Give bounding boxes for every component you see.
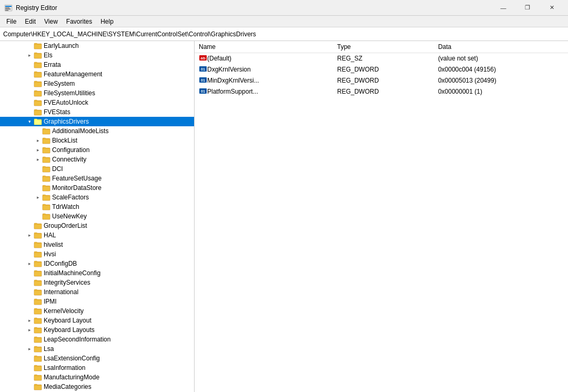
expander-icon[interactable]: ▸ <box>25 325 34 335</box>
tree-item-hvsi[interactable]: Hvsi <box>0 249 194 259</box>
tree-item-label: Configuration <box>52 146 89 154</box>
tree-item-keyboardlayout[interactable]: ▸ Keyboard Layout <box>0 316 194 325</box>
tree-item-earlylaunch[interactable]: EarlyLaunch <box>0 41 194 51</box>
tree-item-grouporderlist[interactable]: GroupOrderList <box>0 221 194 230</box>
tree-item-label: Els <box>44 52 53 59</box>
expander-placeholder <box>34 183 42 193</box>
table-row[interactable]: 01 MinDxgKrnlVersi... REG_DWORD 0x000050… <box>195 75 568 86</box>
expander-icon[interactable]: ▸ <box>25 51 34 60</box>
expander-icon[interactable]: ▸ <box>25 259 34 268</box>
expander-placeholder <box>25 306 34 316</box>
expander-placeholder <box>25 107 34 117</box>
tree-item-label: HAL <box>44 232 56 239</box>
table-row[interactable]: 01 DxgKrnlVersion REG_DWORD 0x0000c004 (… <box>195 64 568 75</box>
close-button[interactable]: ✕ <box>540 0 564 16</box>
expander-icon[interactable]: ▸ <box>34 145 42 155</box>
tree-item-label: KernelVelocity <box>44 307 84 315</box>
expander-placeholder <box>34 164 42 174</box>
col-name: Name <box>195 41 333 53</box>
tree-item-leapsecondinformation[interactable]: LeapSecondInformation <box>0 335 194 344</box>
registry-table: Name Type Data ab (Default) REG_SZ (valu… <box>195 41 568 97</box>
tree-item-hivelist[interactable]: hivelist <box>0 240 194 249</box>
restore-button[interactable]: ❐ <box>515 0 540 16</box>
tree-item-keyboardlayouts[interactable]: ▸ Keyboard Layouts <box>0 325 194 335</box>
expander-placeholder <box>34 202 42 212</box>
tree-item-fvestats[interactable]: FVEStats <box>0 107 194 117</box>
tree-item-fveautounlock[interactable]: FVEAutoUnlock <box>0 98 194 107</box>
table-row[interactable]: 01 PlatformSupport... REG_DWORD 0x000000… <box>195 86 568 97</box>
expander-placeholder <box>25 249 34 259</box>
expander-icon[interactable]: ▾ <box>25 117 34 126</box>
tree-item-lsaextensionconfig[interactable]: LsaExtensionConfig <box>0 354 194 363</box>
tree-item-filesystem[interactable]: FileSystem <box>0 79 194 88</box>
expander-placeholder <box>25 60 34 69</box>
tree-item-integrityservices[interactable]: IntegrityServices <box>0 278 194 287</box>
svg-rect-24 <box>34 224 42 229</box>
menu-view[interactable]: View <box>40 17 62 26</box>
tree-item-international[interactable]: International <box>0 287 194 297</box>
cell-data: (value not set) <box>434 53 568 64</box>
cell-type: REG_SZ <box>333 53 434 64</box>
tree-item-scalefactors[interactable]: ▸ ScaleFactors <box>0 193 194 202</box>
tree-item-featuremanagement[interactable]: FeatureManagement <box>0 69 194 79</box>
expander-placeholder <box>25 297 34 306</box>
menu-help[interactable]: Help <box>96 17 118 26</box>
svg-rect-36 <box>34 338 42 343</box>
menu-edit[interactable]: Edit <box>21 17 40 26</box>
tree-item-errata[interactable]: Errata <box>0 60 194 69</box>
tree-item-els[interactable]: ▸ Els <box>0 51 194 60</box>
tree-item-blocklist[interactable]: ▸ BlockList <box>0 136 194 145</box>
expander-icon[interactable]: ▸ <box>25 344 34 354</box>
cell-data: 0x0000c004 (49156) <box>434 64 568 75</box>
tree-item-additionalmodelists[interactable]: AdditionalModeLists <box>0 126 194 136</box>
tree-item-lsainformation[interactable]: LsaInformation <box>0 363 194 373</box>
svg-rect-32 <box>34 300 42 305</box>
tree-item-featuresetusage[interactable]: FeatureSetUsage <box>0 174 194 183</box>
tree-item-idconfigdb[interactable]: ▸ IDConfigDB <box>0 259 194 268</box>
expander-icon[interactable]: ▸ <box>25 230 34 240</box>
expander-placeholder <box>25 69 34 79</box>
svg-rect-2 <box>5 7 9 8</box>
tree-item-ipmi[interactable]: IPMI <box>0 297 194 306</box>
tree-item-usenewkey[interactable]: UseNewKey <box>0 212 194 221</box>
svg-rect-17 <box>43 158 50 163</box>
tree-item-connectivity[interactable]: ▸ Connectivity <box>0 155 194 164</box>
menu-bar: File Edit View Favorites Help <box>0 16 568 27</box>
tree-item-filesystemutilities[interactable]: FileSystemUtilities <box>0 88 194 98</box>
cell-name: 01 MinDxgKrnlVersi... <box>195 75 333 86</box>
tree-item-tdrwatch[interactable]: TdrWatch <box>0 202 194 212</box>
svg-rect-4 <box>5 10 8 11</box>
expander-icon[interactable]: ▸ <box>34 155 42 164</box>
menu-favorites[interactable]: Favorites <box>62 17 96 26</box>
tree-item-monitordatastore[interactable]: MonitorDataStore <box>0 183 194 193</box>
expander-placeholder <box>25 268 34 278</box>
tree-item-mediacategories[interactable]: MediaCategories <box>0 382 194 391</box>
expander-placeholder <box>34 212 42 221</box>
minimize-button[interactable]: — <box>491 0 515 16</box>
cell-type: REG_DWORD <box>333 75 434 86</box>
svg-text:01: 01 <box>201 78 205 82</box>
svg-rect-1 <box>5 6 12 7</box>
tree-item-graphicsdrivers[interactable]: ▾ GraphicsDrivers <box>0 117 194 126</box>
menu-file[interactable]: File <box>2 17 21 26</box>
dword-icon: 01 <box>199 76 207 86</box>
expander-icon[interactable]: ▸ <box>34 136 42 145</box>
svg-rect-25 <box>34 234 42 238</box>
expander-icon[interactable]: ▸ <box>25 316 34 325</box>
tree-item-configuration[interactable]: ▸ Configuration <box>0 145 194 155</box>
dword-icon: 01 <box>199 65 207 75</box>
svg-text:01: 01 <box>201 89 205 93</box>
tree-item-lsa[interactable]: ▸ Lsa <box>0 344 194 354</box>
tree-item-dci[interactable]: DCI <box>0 164 194 174</box>
svg-rect-35 <box>34 328 42 333</box>
tree-item-initialmachineconfig[interactable]: InitialMachineConfig <box>0 268 194 278</box>
tree-pane[interactable]: EarlyLaunch▸ Els Errata FeatureManagemen… <box>0 41 195 392</box>
table-row[interactable]: ab (Default) REG_SZ (value not set) <box>195 53 568 64</box>
expander-placeholder <box>25 287 34 297</box>
expander-icon[interactable]: ▸ <box>34 193 42 202</box>
tree-item-hal[interactable]: ▸ HAL <box>0 230 194 240</box>
svg-rect-26 <box>34 243 42 248</box>
right-pane: Name Type Data ab (Default) REG_SZ (valu… <box>195 41 568 392</box>
tree-item-manufacturingmode[interactable]: ManufacturingMode <box>0 373 194 382</box>
tree-item-kernelvelocity[interactable]: KernelVelocity <box>0 306 194 316</box>
